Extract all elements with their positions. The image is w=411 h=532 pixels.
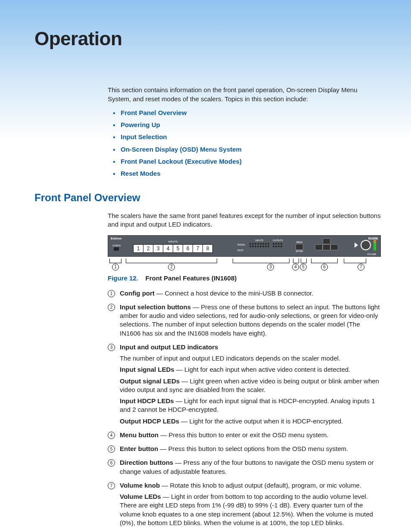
link-front-panel-overview[interactable]: Front Panel Overview (121, 109, 187, 116)
section-intro: The scalers have the same front panel fe… (108, 212, 381, 229)
feature-title-2: Input selection buttons (120, 303, 191, 311)
led-indicators: SIGNAL HDCP INPUTS OUTPUTS (237, 239, 283, 248)
input-button-4: 4 (163, 245, 173, 252)
feature-title-7: Volume knob (120, 482, 160, 489)
brand-label: Extron (111, 236, 121, 241)
feature-3-sub-0: The number of input and output LED indic… (120, 354, 381, 363)
inputs-label: INPUTS (133, 240, 213, 243)
callout-2: 2 (168, 264, 175, 271)
config-area: CONFIG (112, 244, 120, 251)
feature-menu-button: 4 Menu button — Press this button to ent… (108, 431, 381, 439)
enter-label: ENTER (296, 250, 303, 253)
link-osd-menu-system[interactable]: On-Screen Display (OSD) Menu System (121, 146, 242, 153)
arrow-up-icon (323, 238, 330, 244)
hdcp-label: HDCP (237, 249, 245, 252)
feature-enter-button: 5 Enter button — Press this button to se… (108, 445, 381, 453)
volume-leds (374, 240, 376, 250)
feature-3-sub-4-text: — Light for the active output when it is… (179, 417, 343, 425)
feature-config-port: 1 Config port — Connect a host device to… (108, 289, 381, 298)
config-port-icon (114, 247, 119, 251)
input-buttons-row: 1 2 3 4 5 6 7 8 (133, 244, 213, 253)
arrow-right-icon (330, 244, 338, 250)
menu-label: MENU (296, 241, 303, 244)
feature-num-7: 7 (108, 482, 115, 489)
feature-num-1: 1 (108, 290, 115, 297)
feature-title-6: Direction buttons (120, 459, 173, 466)
signal-label: SIGNAL (237, 243, 245, 246)
menu-enter-buttons: MENU ENTER (296, 241, 303, 253)
callout-brackets: 1 2 3 4 5 6 7 (108, 258, 381, 271)
feature-num-6: 6 (108, 459, 115, 467)
feature-body-5: — Press this button to select options fr… (158, 445, 348, 452)
feature-body-4: — Press this button to enter or exit the… (159, 431, 328, 439)
callout-4: 4 (292, 264, 299, 271)
figure-title: Front Panel Features (IN1608) (146, 274, 237, 282)
section-heading: Front Panel Overview (34, 191, 381, 205)
volume-knob-icon (361, 240, 371, 250)
figure-number: Figure 12. (108, 274, 138, 282)
callout-7: 7 (358, 264, 364, 271)
feature-body-1: — Connect a host device to the mini-USB … (155, 289, 314, 297)
callout-6: 6 (321, 264, 328, 271)
volume-area (355, 240, 376, 250)
input-button-3: 3 (153, 245, 163, 252)
menu-button-icon (296, 244, 303, 250)
feature-direction-buttons: 6 Direction buttons — Press any of the f… (108, 458, 381, 476)
led-inputs-label: INPUTS (249, 239, 269, 242)
direction-buttons (315, 238, 337, 249)
feature-num-2: 2 (108, 304, 115, 311)
feature-num-4: 4 (108, 432, 115, 439)
input-button-7: 7 (193, 245, 203, 252)
config-label: CONFIG (112, 244, 120, 247)
feature-led-indicators: 3 Input and output LED indicators The nu… (108, 343, 381, 426)
input-button-1: 1 (134, 245, 143, 252)
intro-text: This section contains information on the… (108, 86, 381, 103)
input-button-6: 6 (183, 245, 193, 252)
arrow-left-icon (315, 244, 323, 250)
feature-3-sub-1-text: — Light for each input when active video… (174, 366, 351, 373)
feature-input-buttons: 2 Input selection buttons — Press one of… (108, 303, 381, 338)
feature-7-sub-0-pre: Volume LEDs (120, 493, 161, 500)
main-content: This section contains information on the… (108, 86, 381, 532)
device-panel: Extron IN1608 CONFIG INPUTS 1 2 3 4 5 6 (108, 235, 381, 257)
input-button-8: 8 (203, 245, 212, 252)
page-title: Operation (34, 26, 381, 51)
feature-title-4: Menu button (120, 431, 159, 439)
callout-1: 1 (112, 264, 119, 271)
feature-num-5: 5 (108, 445, 115, 453)
input-button-5: 5 (173, 245, 183, 252)
arrow-down-icon (323, 244, 330, 250)
volume-label: VOLUME (367, 253, 376, 256)
feature-list: 1 Config port — Connect a host device to… (108, 289, 381, 528)
feature-title-1: Config port (120, 289, 155, 297)
topic-links: Front Panel Overview Powering Up Input S… (108, 109, 381, 178)
feature-volume-knob: 7 Volume knob — Rotate this knob to adju… (108, 481, 381, 527)
feature-3-sub-4-pre: Output HDCP LEDs (120, 417, 179, 425)
callout-5: 5 (300, 264, 307, 271)
link-reset-modes[interactable]: Reset Modes (121, 170, 161, 177)
feature-3-sub-2-pre: Output signal LEDs (120, 377, 180, 385)
feature-title-5: Enter button (120, 445, 158, 452)
feature-3-sub-3-pre: Input HDCP LEDs (120, 397, 174, 404)
link-input-selection[interactable]: Input Selection (121, 133, 167, 140)
speaker-icon (355, 243, 358, 248)
link-front-panel-lockout[interactable]: Front Panel Lockout (Executive Modes) (121, 158, 242, 165)
input-button-2: 2 (143, 245, 153, 252)
feature-num-3: 3 (108, 344, 115, 351)
link-powering-up[interactable]: Powering Up (121, 121, 160, 128)
inputs-group: INPUTS 1 2 3 4 5 6 7 8 (133, 240, 213, 253)
feature-body-7: — Rotate this knob to adjust output (def… (160, 482, 361, 489)
figure-caption: Figure 12. Front Panel Features (IN1608) (108, 274, 381, 283)
feature-3-sub-1-pre: Input signal LEDs (120, 366, 174, 373)
led-outputs-label: OUTPUTS (273, 239, 283, 242)
front-panel-figure: Extron IN1608 CONFIG INPUTS 1 2 3 4 5 6 (108, 235, 381, 271)
feature-title-3: Input and output LED indicators (120, 343, 218, 351)
callout-3: 3 (267, 264, 274, 271)
